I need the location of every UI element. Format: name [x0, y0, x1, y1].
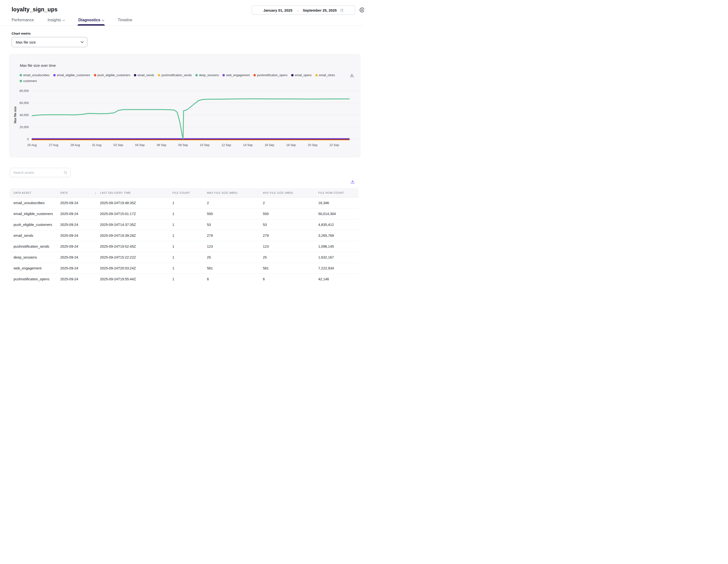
page-title: loyalty_sign_ups: [12, 6, 58, 13]
cell: 2025-09-24T15:22:22Z: [100, 252, 172, 263]
date-range-start[interactable]: January 01, 2025: [263, 8, 292, 12]
legend-item-web_engagement[interactable]: web_engagement: [222, 74, 250, 77]
table-row-pushnotification_opens: pushnotification_opens2025-09-242025-09-…: [10, 274, 359, 282]
legend-item-email_opens[interactable]: email_opens: [291, 74, 312, 77]
chart-metric-value: Max file size: [16, 40, 36, 44]
tab-label: Insights: [48, 18, 61, 22]
legend-item-pushnotification_opens[interactable]: pushnotification_opens: [253, 74, 288, 77]
tab-insights[interactable]: Insights: [48, 18, 65, 25]
cell: 2025-09-24: [60, 263, 100, 274]
column-header-last-delivery-time[interactable]: LAST DELIVERY TIME: [100, 188, 172, 197]
cell: deep_sessions: [10, 252, 60, 263]
chevron-down-icon: [102, 19, 104, 21]
column-header-file-count[interactable]: FILE COUNT: [172, 188, 207, 197]
date-range-end[interactable]: September 25, 2025: [303, 8, 337, 12]
tab-label: Performance: [12, 18, 34, 22]
legend-item-email_sends[interactable]: email_sends: [134, 74, 154, 77]
cell: 2: [207, 197, 263, 208]
cell: 53: [207, 219, 263, 230]
chart-download-button[interactable]: [349, 73, 354, 79]
x-tick-label: 25 Aug: [27, 144, 37, 147]
y-axis-title: Max file size: [14, 106, 17, 123]
legend-item-push_eligible_customers[interactable]: push_eligible_customers: [94, 74, 130, 77]
chart-metric-label: Chart metric: [12, 32, 31, 35]
cell: 1: [172, 274, 207, 282]
column-header-date[interactable]: DATE↓: [60, 188, 100, 197]
table-row-email_unsubscribes: email_unsubscribes2025-09-242025-09-24T1…: [10, 197, 359, 208]
x-tick-label: 02 Sep: [114, 144, 123, 147]
cell: 2025-09-24: [60, 197, 100, 208]
x-tick-label: 12 Sep: [221, 144, 231, 147]
table-header-row: DATA ASSETDATE↓LAST DELIVERY TIMEFILE CO…: [10, 188, 359, 197]
column-header-avg-file-size-mbs-[interactable]: AVG FILE SIZE (MBS): [263, 188, 318, 197]
cell: 1: [172, 241, 207, 252]
cell: 1: [172, 208, 207, 219]
legend-item-email_unsubscribes[interactable]: email_unsubscribes: [20, 74, 50, 77]
search-icon: [63, 171, 68, 175]
legend-item-pushnotification_sends[interactable]: pushnotification_sends: [158, 74, 192, 77]
cell: 2: [263, 197, 318, 208]
chart-metric-select[interactable]: Max file size: [12, 37, 87, 47]
legend-dot: [291, 74, 294, 76]
line-chart: 020,00040,00060,00080,000Max file size25…: [9, 87, 361, 153]
cell: 2025-09-24T19:48:35Z: [100, 197, 172, 208]
cell: 2025-09-24: [60, 208, 100, 219]
gear-icon: [359, 7, 364, 13]
cell: email_eligible_customers: [10, 208, 60, 219]
x-tick-label: 04 Sep: [135, 144, 145, 147]
x-tick-label: 10 Sep: [200, 144, 210, 147]
legend-item-customers[interactable]: customers: [20, 79, 37, 83]
cell: 550: [207, 208, 263, 219]
tab-performance[interactable]: Performance: [12, 18, 34, 25]
settings-button[interactable]: [359, 7, 364, 13]
legend-label: email_clicks: [319, 74, 335, 77]
legend-item-email_eligible_customers[interactable]: email_eligible_customers: [53, 74, 90, 77]
series-customers: [32, 99, 349, 139]
legend-dot: [20, 80, 22, 82]
x-tick-label: 22 Sep: [329, 144, 339, 147]
cell: 279: [207, 230, 263, 241]
tab-diagnostics[interactable]: Diagnostics: [78, 18, 104, 25]
x-tick-label: 08 Sep: [178, 144, 188, 147]
cell: push_eligible_customers: [10, 219, 60, 230]
column-header-max-file-size-mbs-[interactable]: MAX FILE SIZE (MBS): [207, 188, 263, 197]
download-icon: [349, 73, 354, 78]
legend-dot: [94, 74, 96, 76]
column-header-file-row-count[interactable]: FILE ROW COUNT: [318, 188, 359, 197]
legend-label: push_eligible_customers: [98, 74, 130, 77]
column-label: DATE: [60, 191, 68, 194]
legend-item-email_clicks[interactable]: email_clicks: [315, 74, 335, 77]
tab-timeline[interactable]: Timeline: [118, 18, 132, 25]
x-tick-label: 06 Sep: [157, 144, 166, 147]
date-range-picker[interactable]: January 01, 2025 → September 25, 2025: [252, 6, 355, 15]
legend-label: customers: [23, 79, 37, 83]
cell: 25: [263, 252, 318, 263]
cell: 550: [263, 208, 318, 219]
cell: email_unsubscribes: [10, 197, 60, 208]
legend-label: email_sends: [137, 74, 154, 77]
legend-item-deep_sessions[interactable]: deep_sessions: [195, 74, 219, 77]
legend-label: pushnotification_opens: [257, 74, 288, 77]
table-download-button[interactable]: [350, 180, 355, 185]
sort-desc-icon: ↓: [95, 191, 97, 195]
legend-dot: [134, 74, 136, 76]
asset-table: DATA ASSETDATE↓LAST DELIVERY TIMEFILE CO…: [10, 188, 359, 282]
cell: 53: [263, 219, 318, 230]
column-header-data-asset[interactable]: DATA ASSET: [10, 188, 60, 197]
download-icon: [350, 180, 355, 184]
y-tick-label: 80,000: [20, 89, 29, 93]
y-tick-label: 0: [27, 138, 29, 141]
legend-label: email_unsubscribes: [23, 74, 50, 77]
cell: 6: [263, 274, 318, 282]
x-tick-label: 18 Sep: [286, 144, 296, 147]
cell: 7,222,934: [318, 263, 359, 274]
search-input[interactable]: [13, 171, 63, 174]
table-body: email_unsubscribes2025-09-242025-09-24T1…: [10, 197, 359, 282]
y-tick-label: 40,000: [20, 113, 29, 117]
x-tick-label: 20 Sep: [308, 144, 318, 147]
chart-title: Max file size over time: [20, 63, 56, 68]
cell: 2025-09-24: [60, 274, 100, 282]
cell: 581: [263, 263, 318, 274]
cell: 42,146: [318, 274, 359, 282]
cell: 123: [207, 241, 263, 252]
